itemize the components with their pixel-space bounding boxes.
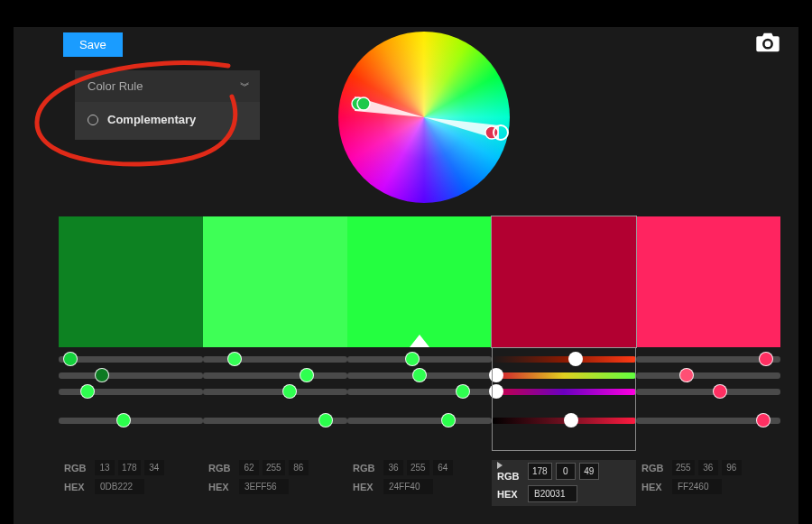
rgb-value: 34 [144, 460, 164, 475]
slider[interactable] [347, 386, 492, 397]
rgb-value: 96 [722, 460, 742, 475]
radio-icon [88, 115, 98, 125]
value-column-2: RGB3625564HEX24FF40 [347, 460, 492, 506]
color-rule-title: Color Rule [88, 79, 143, 93]
slider[interactable] [59, 415, 203, 426]
slider-row-0 [59, 354, 780, 364]
slider[interactable] [203, 415, 347, 426]
value-column-1: RGB6225586HEX3EFF56 [203, 460, 347, 506]
hex-label: HEX [353, 482, 380, 492]
slider[interactable] [492, 386, 636, 397]
slider-knob[interactable] [679, 368, 694, 382]
rgb-value: 86 [289, 460, 309, 475]
swatch-3[interactable] [492, 216, 636, 347]
hex-label: HEX [208, 482, 235, 492]
color-wheel[interactable] [338, 32, 510, 203]
hex-label: HEX [641, 482, 669, 492]
rgb-label: RGB [641, 463, 669, 473]
slider[interactable] [636, 370, 780, 381]
rgb-value: 255 [263, 460, 285, 475]
hex-value: FF2460 [672, 479, 722, 494]
rgb-value: 178 [118, 460, 141, 475]
slider[interactable] [636, 354, 780, 364]
slider-knob[interactable] [441, 413, 456, 427]
slider-knob[interactable] [95, 368, 109, 382]
rgb-label: RGB [353, 463, 380, 473]
swatch-4[interactable] [636, 216, 780, 347]
rgb-value: 36 [383, 460, 403, 475]
slider[interactable] [59, 386, 203, 397]
value-column-4: RGB2553696HEXFF2460 [636, 460, 780, 506]
slider[interactable] [203, 370, 347, 381]
slider[interactable] [492, 415, 636, 426]
slider-knob[interactable] [456, 384, 470, 399]
slider-knob[interactable] [116, 413, 131, 427]
slider[interactable] [636, 415, 780, 426]
rgb-label: RGB [208, 463, 235, 473]
slider-group [59, 354, 780, 431]
swatch-0[interactable] [59, 216, 203, 347]
hex-value: 3EFF56 [239, 479, 289, 494]
hex-value: 0DB222 [95, 479, 144, 494]
color-rule-panel: Color Rule ︾ Complementary [75, 70, 260, 140]
slider-row-3 [59, 415, 780, 426]
camera-icon[interactable] [755, 32, 780, 55]
slider-knob[interactable] [489, 384, 503, 399]
slider[interactable] [203, 354, 347, 364]
slider[interactable] [347, 370, 492, 381]
slider-knob[interactable] [412, 368, 427, 382]
color-rule-selected-label: Complementary [107, 113, 196, 126]
slider-knob[interactable] [282, 384, 297, 399]
slider-knob[interactable] [756, 413, 770, 427]
slider[interactable] [636, 386, 780, 397]
rgb-value: 255 [672, 460, 695, 475]
rgb-label: RGB [64, 463, 91, 473]
slider-knob[interactable] [63, 352, 78, 366]
slider-knob[interactable] [713, 384, 727, 399]
slider-knob[interactable] [759, 352, 773, 366]
color-rule-header[interactable]: Color Rule ︾ [75, 70, 260, 102]
slider[interactable] [347, 354, 492, 364]
slider[interactable] [492, 354, 636, 364]
rgb-value: 13 [95, 460, 115, 475]
slider-knob[interactable] [489, 368, 503, 382]
slider-row-1 [59, 370, 780, 381]
slider-knob[interactable] [300, 368, 314, 382]
hex-value: 24FF40 [383, 479, 433, 494]
swatch-1[interactable] [203, 216, 347, 347]
slider-row-2 [59, 386, 780, 397]
slider[interactable] [203, 386, 347, 397]
rgb-value[interactable]: 178 [528, 463, 552, 480]
rgb-value: 255 [407, 460, 429, 475]
slider-knob[interactable] [80, 384, 95, 399]
color-wheel-handles[interactable] [338, 32, 510, 203]
hex-value[interactable]: B20031 [528, 485, 577, 502]
swatch-2[interactable] [347, 216, 492, 347]
slider-knob[interactable] [405, 352, 420, 366]
value-readout-row: RGB1317834HEX0DB222RGB6225586HEX3EFF56RG… [59, 460, 780, 506]
slider-knob[interactable] [564, 413, 578, 427]
swatch-row [59, 216, 780, 347]
slider[interactable] [492, 370, 636, 381]
save-button[interactable]: Save [63, 32, 123, 57]
color-rule-option[interactable]: Complementary [75, 102, 260, 140]
slider[interactable] [347, 415, 492, 426]
value-column-0: RGB1317834HEX0DB222 [59, 460, 203, 506]
hex-label: HEX [64, 482, 91, 492]
value-column-3: RGB178049HEXB20031 [492, 460, 636, 506]
slider[interactable] [59, 354, 203, 364]
hex-label: HEX [497, 489, 524, 500]
slider-knob[interactable] [568, 352, 583, 366]
rgb-value[interactable]: 0 [556, 463, 576, 480]
slider-knob[interactable] [318, 413, 333, 427]
chevron-down-icon: ︾ [240, 79, 247, 93]
rgb-value: 36 [698, 460, 718, 475]
rgb-label: RGB [497, 460, 524, 482]
svg-point-3 [357, 97, 370, 110]
slider-knob[interactable] [227, 352, 242, 366]
base-color-indicator-icon [410, 335, 429, 347]
rgb-value: 64 [433, 460, 453, 475]
color-theme-editor: Save Color Rule ︾ Complementary [14, 27, 798, 524]
rgb-value[interactable]: 49 [579, 463, 599, 480]
slider[interactable] [59, 370, 203, 381]
